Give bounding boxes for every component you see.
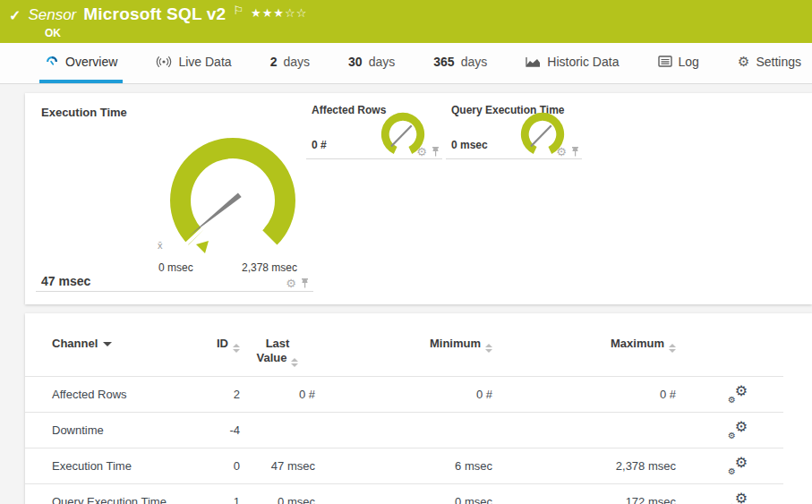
gauge-settings-gear-icon[interactable]: ⚙ [286, 278, 296, 289]
status-ok-check-icon: ✓ [9, 7, 21, 24]
gauge-scale-min: 0 msec [158, 261, 193, 274]
gauge-icon [45, 55, 59, 69]
tab-live-data-label: Live Data [178, 55, 231, 69]
sensor-title: Microsoft SQL v2 [83, 4, 226, 24]
tab-2-days[interactable]: 2 days [265, 43, 315, 83]
gauge-cell-execution-time: Execution Time x̄ 0 msec 2,378 msec 47 m… [36, 98, 313, 292]
channel-maximum: 172 msec [492, 484, 676, 504]
channel-last-value: 47 msec [240, 448, 315, 484]
tab-settings-label: Settings [756, 55, 801, 69]
gauge-settings-gear-icon[interactable]: ⚙ [556, 146, 567, 158]
gauge-pin-icon[interactable] [431, 146, 440, 158]
channel-maximum: 2,378 msec [492, 448, 676, 484]
prtg-sensor-page: ✓ Sensor Microsoft SQL v2 ⚐ ★★★☆☆ OK Ove… [0, 0, 812, 504]
sort-icon [291, 358, 298, 367]
channel-id: 1 [204, 484, 240, 504]
gauge-scale-max: 2,378 msec [242, 261, 297, 274]
column-header-channel-label: Channel [52, 337, 98, 350]
column-header-tools [676, 333, 783, 377]
gauge-cell-affected-rows: Affected Rows 0 # ⚙ [306, 98, 442, 159]
gauge-title: Affected Rows [312, 104, 386, 116]
tab-365-days[interactable]: 365 days [428, 43, 492, 83]
channel-id: -4 [204, 413, 240, 448]
channel-name: Downtime [25, 413, 204, 448]
tab-historic-data-label: Historic Data [547, 55, 619, 69]
execution-time-gauge [161, 129, 304, 272]
column-header-value-label: Value [257, 351, 287, 364]
sort-icon [669, 344, 676, 353]
channel-minimum [315, 413, 492, 448]
channel-name: Execution Time [25, 448, 204, 484]
channel-minimum: 6 msec [315, 448, 492, 484]
log-list-icon [658, 56, 672, 67]
tab-30-days-word: days [369, 55, 396, 69]
channel-id: 0 [204, 448, 240, 484]
channel-minimum: 0 msec [315, 484, 492, 504]
column-header-minimum-label: Minimum [430, 337, 481, 350]
channel-name: Affected Rows [25, 377, 204, 413]
channel-last-value: 0 msec [240, 484, 315, 504]
tab-365-days-word: days [461, 55, 488, 69]
area-chart-icon [526, 56, 541, 68]
gauge-pin-icon[interactable] [570, 146, 580, 158]
column-header-last-value[interactable]: Last Value [240, 333, 315, 377]
tab-2-days-word: days [283, 55, 310, 69]
channel-settings-gears-icon[interactable]: ⚙⚙ [728, 492, 748, 504]
live-signal-icon [156, 56, 172, 68]
sort-icon [485, 344, 492, 353]
table-header-row: Channel ID Last Value Minimum Maximum [25, 333, 783, 377]
gauge-title: Execution Time [41, 106, 127, 119]
tab-settings[interactable]: ⚙ Settings [732, 43, 807, 83]
tab-bar: Overview Live Data 2 days 30 days 365 da… [0, 43, 812, 84]
tab-historic-data[interactable]: Historic Data [520, 43, 624, 83]
column-header-minimum[interactable]: Minimum [315, 333, 492, 377]
column-header-maximum-label: Maximum [611, 337, 664, 350]
sort-descending-icon [103, 342, 112, 346]
gauge-settings-gear-icon[interactable]: ⚙ [416, 146, 427, 158]
tab-2-days-number: 2 [270, 55, 278, 69]
channel-maximum [492, 413, 676, 448]
stars-empty[interactable]: ☆☆ [285, 6, 307, 20]
column-header-maximum[interactable]: Maximum [492, 333, 676, 377]
tab-log-label: Log [679, 55, 699, 69]
gauges-panel: Execution Time x̄ 0 msec 2,378 msec 47 m… [25, 93, 812, 304]
channels-table: Channel ID Last Value Minimum Maximum [25, 333, 783, 504]
priority-stars[interactable]: ★★★☆☆ [251, 6, 307, 20]
channel-last-value [240, 413, 315, 448]
channel-name: Query Execution Time [25, 484, 204, 504]
column-header-id-label: ID [217, 337, 228, 350]
column-header-id[interactable]: ID [204, 333, 240, 377]
priority-flag-icon[interactable]: ⚐ [233, 4, 244, 17]
channel-minimum: 0 # [315, 377, 492, 413]
sort-icon [233, 344, 240, 353]
channel-settings-gears-icon[interactable]: ⚙⚙ [728, 457, 748, 473]
channel-settings-gears-icon[interactable]: ⚙⚙ [728, 421, 748, 437]
gear-icon: ⚙ [738, 55, 749, 68]
table-row-execution-time[interactable]: Execution Time 0 47 msec 6 msec 2,378 ms… [25, 448, 783, 484]
tab-live-data[interactable]: Live Data [150, 43, 236, 83]
stars-filled[interactable]: ★★★ [251, 6, 285, 20]
channel-settings-gears-icon[interactable]: ⚙⚙ [728, 385, 748, 401]
channel-maximum: 0 # [492, 377, 676, 413]
tab-overview-label: Overview [65, 55, 117, 69]
tab-overview[interactable]: Overview [39, 43, 123, 83]
tab-30-days-number: 30 [348, 55, 363, 69]
object-kind-label: Sensor [28, 6, 76, 24]
gauge-cell-query-execution-time: Query Execution Time 0 msec ⚙ [446, 98, 582, 159]
column-header-last-label: Last [266, 337, 290, 350]
gauge-current-value: 0 # [312, 139, 327, 151]
gauge-current-value: 0 msec [451, 139, 488, 151]
sensor-header: ✓ Sensor Microsoft SQL v2 ⚐ ★★★☆☆ OK [0, 0, 812, 43]
tab-log[interactable]: Log [653, 43, 705, 83]
channel-last-value: 0 # [240, 377, 315, 413]
gauge-current-value: 47 msec [41, 274, 90, 288]
tab-30-days[interactable]: 30 days [343, 43, 400, 83]
table-row-query-execution-time[interactable]: Query Execution Time 1 0 msec 0 msec 172… [25, 484, 783, 504]
channels-panel: Channel ID Last Value Minimum Maximum [25, 313, 812, 504]
table-row-downtime[interactable]: Downtime -4 ⚙⚙ [25, 413, 783, 448]
gauge-pin-icon[interactable] [300, 278, 310, 289]
table-row-affected-rows[interactable]: Affected Rows 2 0 # 0 # 0 # ⚙⚙ [25, 377, 783, 413]
column-header-channel[interactable]: Channel [25, 333, 204, 377]
sensor-status-badge: OK [45, 27, 803, 39]
tab-365-days-number: 365 [433, 55, 454, 69]
